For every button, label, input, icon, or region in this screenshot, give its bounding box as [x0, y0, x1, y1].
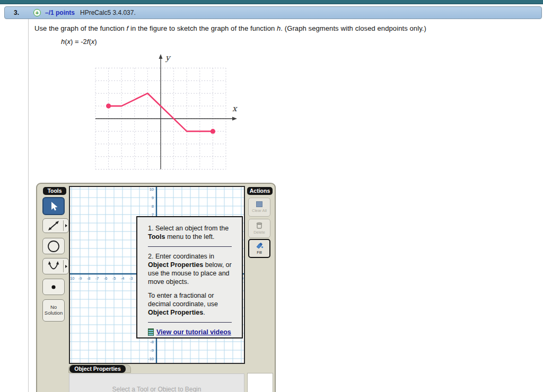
x-tick-label: -9	[78, 276, 82, 281]
points-label: –/1 points	[45, 9, 75, 16]
overlay-note: To enter a fractional or decimal coordin…	[148, 291, 237, 317]
segment-icon	[47, 220, 60, 231]
ellipse-tool-button[interactable]	[42, 238, 65, 254]
x-tick-label: -6	[104, 276, 108, 281]
tutorial-videos-link[interactable]: View our tutorial videos	[156, 328, 231, 336]
clear-all-icon	[256, 201, 262, 207]
select-tool-button[interactable]	[42, 197, 65, 215]
side-blank-box	[247, 373, 273, 392]
no-solution-label: No Solution	[43, 305, 64, 316]
question-equation: h(x) = -2f(x)	[61, 38, 97, 46]
graph-canvas[interactable]: -10-9-8-7-6-5-4-3-2-112345678910-10-9-8-…	[69, 186, 245, 364]
x-tick-label: -10	[70, 276, 74, 281]
clear-all-button[interactable]: Clear All	[248, 198, 270, 217]
y-tick-label: 8	[152, 204, 154, 209]
object-properties-placeholder: Select a Tool or Object to Begin	[112, 386, 202, 392]
y-tick-label: 10	[150, 187, 154, 192]
trash-icon	[256, 222, 262, 229]
x-tick-label: -7	[95, 276, 99, 281]
delete-label: Delete	[253, 230, 265, 235]
y-tick-label: -9	[150, 348, 154, 353]
object-properties-panel: Select a Tool or Object to Begin	[69, 373, 244, 392]
ellipse-icon	[47, 239, 60, 253]
overlay-divider	[148, 246, 232, 247]
flyout-arrow-icon[interactable]	[65, 224, 67, 227]
question-number: 3.	[14, 9, 19, 16]
y-tick-label: -8	[150, 340, 154, 344]
tool-divider	[63, 260, 64, 272]
object-properties-title: Object Properties	[69, 365, 126, 373]
question-header: 3. + –/1 points HPreCalc5 3.4.037.	[4, 6, 542, 19]
y-tick-label: 9	[152, 195, 154, 200]
page: 3. + –/1 points HPreCalc5 3.4.037. Use t…	[0, 0, 543, 392]
overlay-step2: 2. Enter coordinates in Object Propertie…	[148, 252, 237, 286]
clear-all-label: Clear All	[252, 208, 267, 213]
question-text: Use the graph of the function f in the f…	[34, 24, 522, 32]
instruction-overlay: 1. Select an object from the Tools menu …	[136, 216, 243, 338]
overlay-divider	[148, 322, 232, 323]
fill-icon	[256, 242, 264, 249]
point-icon	[47, 280, 60, 294]
question-left-rule	[28, 19, 29, 392]
x-tick-label: -4	[121, 276, 125, 281]
segment-tool-button[interactable]	[42, 218, 69, 233]
tool-divider	[63, 220, 64, 231]
x-tick-label: -5	[112, 276, 116, 281]
y-tick-label: -10	[148, 357, 154, 361]
fill-button[interactable]: Fill	[248, 239, 270, 258]
x-tick-label: -3	[129, 276, 133, 281]
no-solution-button[interactable]: No Solution	[42, 299, 65, 322]
x-tick-label: -8	[87, 276, 91, 281]
tools-panel-title: Tools	[43, 187, 66, 195]
parabola-icon	[47, 260, 60, 273]
delete-button[interactable]: Delete	[248, 219, 270, 238]
top-window-bar	[0, 0, 543, 4]
parabola-tool-button[interactable]	[42, 258, 69, 274]
assignment-label: HPreCalc5 3.4.037.	[80, 9, 136, 16]
overlay-step1: 1. Select an object from the Tools menu …	[148, 224, 237, 241]
graphing-applet: Tools	[36, 183, 276, 392]
plus-icon[interactable]: +	[33, 9, 41, 16]
actions-panel-title: Actions	[247, 187, 273, 195]
flyout-arrow-icon[interactable]	[65, 265, 67, 268]
cursor-icon	[47, 200, 60, 212]
function-figure: yx	[82, 52, 241, 175]
film-icon	[148, 328, 154, 336]
fill-label: Fill	[257, 250, 262, 255]
point-tool-button[interactable]	[42, 279, 65, 295]
figure-x-axis-label: x	[232, 104, 238, 113]
figure-y-axis-label: y	[165, 53, 171, 63]
